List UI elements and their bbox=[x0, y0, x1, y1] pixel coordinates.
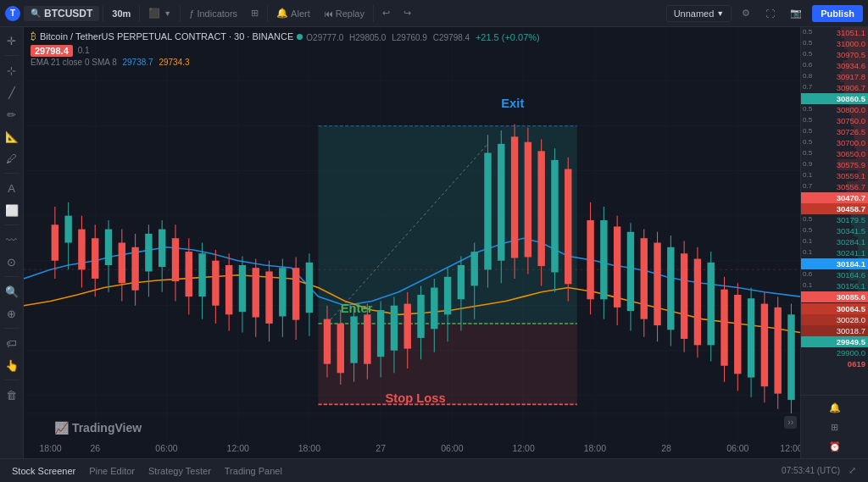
svg-rect-85 bbox=[444, 277, 451, 315]
camera-icon: 📷 bbox=[790, 8, 802, 19]
ema-val1: 29738.7 bbox=[123, 58, 153, 67]
svg-rect-107 bbox=[600, 220, 607, 299]
svg-text:06:00: 06:00 bbox=[441, 442, 463, 452]
ob-red-zone-2: 30064.5 bbox=[801, 303, 868, 314]
svg-text:18:00: 18:00 bbox=[584, 442, 606, 452]
close-price: C29798.4 bbox=[433, 33, 470, 42]
chart-title-text: Bitcoin / TetherUS PERPETUAL CONTRACT · … bbox=[40, 31, 293, 42]
symbol-selector[interactable]: 🔍 BTCUSDT bbox=[24, 6, 99, 21]
svg-rect-135 bbox=[787, 314, 794, 400]
clock-icon[interactable]: ⏰ bbox=[826, 438, 843, 455]
unnamed-label: Unnamed bbox=[674, 8, 715, 19]
main-area: ✛ ⊹ ╱ ✏ 📐 🖊 A ⬜ 〰 ⊙ 🔍 ⊕ 🏷 👆 🗑 ₿ Bitcoin … bbox=[0, 27, 868, 458]
svg-rect-51 bbox=[212, 261, 219, 306]
svg-rect-41 bbox=[145, 234, 152, 272]
zoom-tool[interactable]: 🔍 bbox=[2, 281, 22, 302]
grid-icon[interactable]: ⊞ bbox=[826, 418, 843, 435]
crosshair-tool[interactable]: ✛ bbox=[2, 30, 22, 51]
alert-icon: 🔔 bbox=[276, 8, 288, 19]
replay-btn[interactable]: ⏮ Replay bbox=[319, 7, 370, 20]
divider-5 bbox=[373, 5, 374, 22]
topbar-right: Unnamed ▼ ⚙ ⛶ 📷 Publish bbox=[666, 5, 863, 22]
svg-rect-95 bbox=[511, 136, 518, 258]
tab-strategy-tester[interactable]: Strategy Tester bbox=[143, 464, 216, 478]
expand-icon: ⤢ bbox=[849, 465, 856, 475]
settings-btn[interactable]: ⚙ bbox=[737, 6, 755, 20]
svg-rect-103 bbox=[565, 169, 571, 285]
svg-rect-55 bbox=[239, 265, 246, 312]
svg-rect-133 bbox=[774, 307, 781, 394]
svg-rect-89 bbox=[470, 252, 477, 285]
ob-bottom-price: 0619 bbox=[801, 358, 868, 369]
templates-icon: ⊞ bbox=[251, 8, 259, 19]
svg-text:06:00: 06:00 bbox=[155, 442, 177, 452]
indicators-icon: ƒ bbox=[189, 8, 194, 19]
brush-tool[interactable]: ✏ bbox=[2, 104, 22, 125]
svg-rect-97 bbox=[525, 142, 531, 258]
chart-container[interactable]: ₿ Bitcoin / TetherUS PERPETUAL CONTRACT … bbox=[24, 27, 800, 458]
current-price-value: 29798.4 bbox=[35, 46, 69, 56]
timeframe-btn[interactable]: 30m bbox=[107, 7, 136, 20]
redo-icon: ↪ bbox=[403, 8, 411, 19]
draw-tool[interactable]: ⊹ bbox=[2, 60, 22, 80]
ob-ask-row: 0.5 30750.0 bbox=[801, 115, 868, 126]
tab-pine-editor[interactable]: Pine Editor bbox=[84, 464, 140, 478]
measure-tool[interactable]: 📐 bbox=[2, 126, 22, 147]
svg-rect-53 bbox=[225, 265, 232, 314]
scroll-right-btn[interactable]: ›› bbox=[784, 416, 797, 429]
svg-rect-127 bbox=[734, 295, 741, 374]
search-icon: 🔍 bbox=[31, 8, 41, 18]
svg-rect-43 bbox=[159, 230, 165, 268]
svg-rect-115 bbox=[654, 243, 660, 326]
pen-tool[interactable]: 🖊 bbox=[2, 148, 22, 169]
svg-rect-113 bbox=[641, 238, 648, 319]
stoploss-annotation: Stop Loss bbox=[385, 391, 445, 405]
shape-tool[interactable]: ⬜ bbox=[2, 200, 22, 220]
tab-stock-screener[interactable]: Stock Screener bbox=[7, 464, 81, 478]
ema-info: EMA 21 close 0 SMA 8 29738.7 29734.3 bbox=[31, 58, 543, 67]
svg-rect-111 bbox=[627, 232, 634, 311]
ob-ask-highlight-2: 30458.7 bbox=[801, 203, 868, 214]
ob-ask-row: 0.5 31000.0 bbox=[801, 38, 868, 49]
svg-rect-129 bbox=[748, 298, 754, 377]
indicators-btn[interactable]: ƒ Indicators bbox=[184, 7, 242, 20]
ohlc-values: O29777.0 H29805.0 L29760.9 C29798.4 +21.… bbox=[306, 32, 542, 42]
ob-ask-highlight: 30470.7 bbox=[801, 192, 868, 203]
svg-rect-65 bbox=[306, 263, 313, 313]
trash-tool[interactable]: 🗑 bbox=[2, 385, 22, 405]
redo-btn[interactable]: ↪ bbox=[398, 6, 416, 20]
lt-sep-4 bbox=[4, 276, 19, 277]
ob-ask-row: 0.5 30700.0 bbox=[801, 137, 868, 148]
flag-tool[interactable]: 🏷 bbox=[2, 333, 22, 353]
divider-2 bbox=[139, 5, 140, 22]
svg-rect-73 bbox=[364, 314, 370, 363]
svg-rect-35 bbox=[105, 230, 112, 265]
svg-rect-125 bbox=[721, 290, 727, 366]
lt-sep-2 bbox=[4, 173, 19, 174]
alert-btn[interactable]: 🔔 Alert bbox=[271, 6, 315, 20]
trendline-tool[interactable]: ╱ bbox=[2, 82, 22, 102]
unnamed-save-btn[interactable]: Unnamed ▼ bbox=[666, 5, 732, 22]
svg-rect-99 bbox=[537, 151, 544, 266]
tab-trading-panel[interactable]: Trading Panel bbox=[220, 464, 287, 478]
magnet-tool[interactable]: ⊕ bbox=[2, 303, 22, 324]
undo-btn[interactable]: ↩ bbox=[377, 6, 395, 20]
current-price-badge: 29798.4 bbox=[31, 45, 73, 57]
expand-btn[interactable]: ⤢ bbox=[843, 463, 861, 478]
ob-ask-row: 0.9 30575.9 bbox=[801, 159, 868, 170]
bell-icon[interactable]: 🔔 bbox=[826, 399, 843, 416]
svg-rect-61 bbox=[279, 268, 286, 316]
pointer-tool[interactable]: 👆 bbox=[2, 355, 22, 375]
price-chart: 18:00 26 06:00 12:00 18:00 27 06:00 12:0… bbox=[24, 27, 800, 458]
fullscreen-btn[interactable]: ⛶ bbox=[760, 7, 780, 20]
text-tool[interactable]: A bbox=[2, 178, 22, 198]
templates-btn[interactable]: ⊞ bbox=[246, 6, 264, 20]
camera-btn[interactable]: 📷 bbox=[785, 6, 807, 20]
publish-btn[interactable]: Publish bbox=[812, 5, 863, 22]
fibonacci-tool[interactable]: 〰 bbox=[2, 230, 22, 250]
pattern-tool[interactable]: ⊙ bbox=[2, 252, 22, 272]
ema-label: EMA 21 close 0 SMA 8 bbox=[31, 58, 117, 67]
tab-strategy-tester-label: Strategy Tester bbox=[148, 466, 211, 476]
svg-text:06:00: 06:00 bbox=[726, 442, 748, 452]
bar-style-btn[interactable]: ⬛ ▼ bbox=[143, 6, 176, 20]
